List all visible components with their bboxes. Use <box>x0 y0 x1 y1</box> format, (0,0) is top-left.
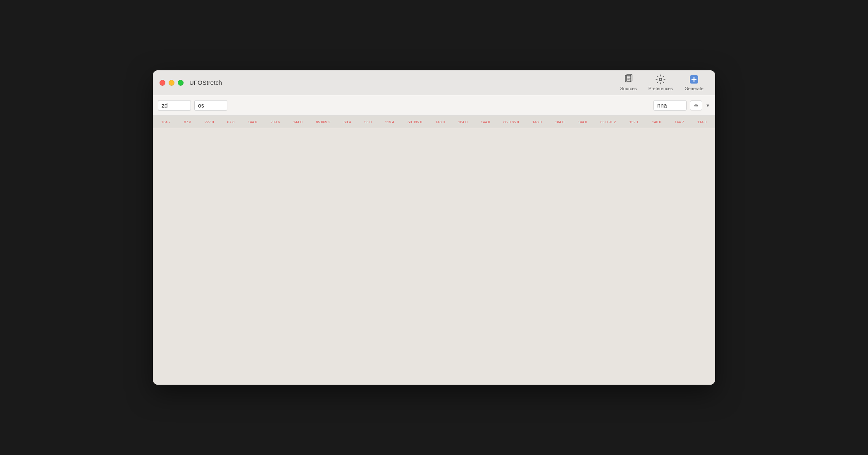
ruler-value: 50.385.0 <box>408 120 422 124</box>
titlebar: UFOStretch Sources Preferences <box>153 70 715 95</box>
ruler-value: 60.4 <box>344 120 351 124</box>
ruler-value: 143.0 <box>532 120 542 124</box>
ruler-value: 140.0 <box>652 120 661 124</box>
generate-icon <box>689 74 699 85</box>
svg-point-5 <box>659 78 662 81</box>
ruler-value: 144.7 <box>675 120 684 124</box>
ruler-value: 144.0 <box>293 120 303 124</box>
ruler-value: 67.8 <box>227 120 235 124</box>
app-window: UFOStretch Sources Preferences <box>153 70 715 385</box>
ruler-value: 164.7 <box>161 120 171 124</box>
ruler-value: 152.1 <box>629 120 639 124</box>
sources-button[interactable]: Sources <box>615 72 641 93</box>
toolbar-actions: Sources Preferences Generate <box>615 72 708 93</box>
ruler: 164.7 87.3 227.0 67.8 144.6 209.6 144.0 … <box>153 116 715 128</box>
middle-search-input[interactable] <box>194 100 227 111</box>
ruler-value: 227.0 <box>205 120 214 124</box>
left-search-input[interactable] <box>158 100 191 111</box>
ruler-value: 87.3 <box>184 120 191 124</box>
preferences-button[interactable]: Preferences <box>644 72 678 93</box>
generate-label: Generate <box>684 86 703 91</box>
maximize-button[interactable] <box>178 80 184 86</box>
ruler-value: 144.0 <box>481 120 490 124</box>
preferences-label: Preferences <box>649 86 673 91</box>
app-title: UFOStretch <box>189 79 222 86</box>
close-button[interactable] <box>160 80 165 86</box>
ruler-value: 85.069.2 <box>316 120 330 124</box>
ruler-value: 119.4 <box>385 120 394 124</box>
traffic-lights <box>160 80 184 86</box>
searchbar: ⊕ ▼ <box>153 95 715 116</box>
ruler-value: 184.0 <box>555 120 565 124</box>
ruler-value: 143.0 <box>436 120 445 124</box>
main-content: 164.7 87.3 227.0 67.8 144.6 209.6 144.0 … <box>153 116 715 385</box>
sources-label: Sources <box>620 86 637 91</box>
ruler-value: 53.0 <box>364 120 372 124</box>
preferences-icon <box>655 74 666 85</box>
ruler-numbers: 164.7 87.3 227.0 67.8 144.6 209.6 144.0 … <box>155 120 713 124</box>
ruler-value: 184.0 <box>458 120 467 124</box>
ruler-value: 209.6 <box>270 120 280 124</box>
minimize-button[interactable] <box>169 80 174 86</box>
ruler-value: 114.0 <box>697 120 707 124</box>
ruler-value: 85.0 91.2 <box>601 120 616 124</box>
generate-button[interactable]: Generate <box>680 72 708 93</box>
ruler-value: 144.6 <box>248 120 258 124</box>
dropdown-arrow-icon[interactable]: ▼ <box>706 103 710 108</box>
ruler-value: 85.0 85.0 <box>503 120 519 124</box>
ruler-value: 144.0 <box>578 120 587 124</box>
sources-icon <box>623 74 634 85</box>
more-button[interactable]: ⊕ <box>690 101 702 110</box>
right-search-input[interactable] <box>653 100 687 111</box>
